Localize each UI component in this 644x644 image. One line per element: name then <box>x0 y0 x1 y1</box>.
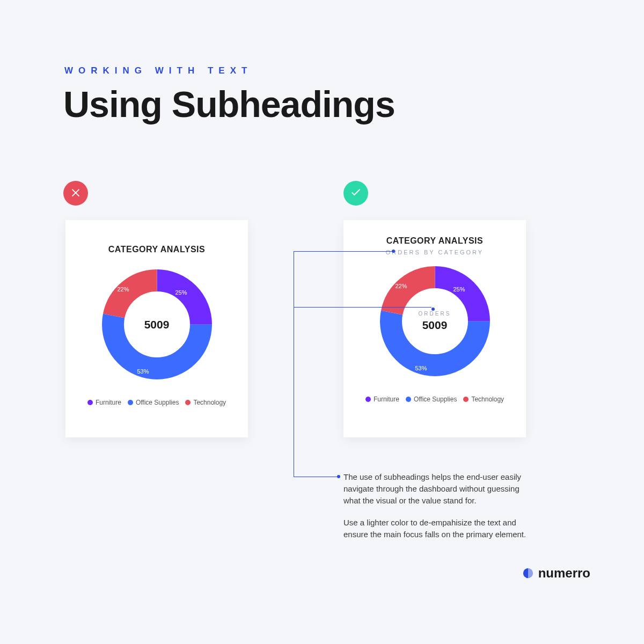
legend-item-technology: Technology <box>185 399 226 406</box>
legend-item-furniture: Furniture <box>87 399 121 406</box>
legend-dot-icon <box>463 397 469 402</box>
legend-item-furniture: Furniture <box>365 396 399 403</box>
legend-label: Office Supplies <box>136 399 179 406</box>
legend-dot-icon <box>365 397 371 402</box>
legend-item-technology: Technology <box>463 396 504 403</box>
legend-item-office: Office Supplies <box>406 396 457 403</box>
check-icon <box>350 186 362 200</box>
chart-subtitle: ORDERS BY CATEGORY <box>343 249 526 255</box>
legend-dot-icon <box>406 397 411 402</box>
legend: Furniture Office Supplies Technology <box>65 399 248 406</box>
annotation-paragraph: Use a lighter color to de-empahisize the… <box>343 517 531 540</box>
legend-label: Technology <box>193 399 226 406</box>
annotation-text: The use of subheadings helps the end-use… <box>343 471 531 540</box>
legend-item-office: Office Supplies <box>128 399 179 406</box>
connector-dot-icon <box>431 308 435 311</box>
brand-name: numerro <box>538 566 590 581</box>
page-title: Using Subheadings <box>63 83 395 125</box>
footer-brand: numerro <box>522 566 590 581</box>
good-example-badge <box>343 181 368 206</box>
legend-label: Office Supplies <box>414 396 457 403</box>
legend-dot-icon <box>128 400 133 405</box>
chart-title: CATEGORY ANALYSIS <box>343 220 526 246</box>
bad-example-card: CATEGORY ANALYSIS 25% 53% 22% 5009 Furni… <box>65 220 248 437</box>
annotation-paragraph: The use of subheadings helps the end-use… <box>343 471 531 506</box>
connector-line <box>294 477 338 477</box>
connector-line <box>294 251 294 477</box>
chart-title: CATEGORY ANALYSIS <box>65 220 248 254</box>
bad-example-badge <box>63 181 88 206</box>
good-example-card: CATEGORY ANALYSIS ORDERS BY CATEGORY 25%… <box>343 220 526 437</box>
connector-dot-icon <box>337 475 340 478</box>
legend-dot-icon <box>87 400 93 405</box>
segment-label-furniture: 25% <box>453 286 465 292</box>
legend-dot-icon <box>185 400 191 405</box>
legend-label: Furniture <box>374 396 399 403</box>
segment-label-technology: 22% <box>118 286 129 292</box>
brand-logo-icon <box>522 567 534 579</box>
legend: Furniture Office Supplies Technology <box>343 396 526 403</box>
segment-label-furniture: 25% <box>175 289 187 296</box>
segment-label-office: 53% <box>415 365 427 371</box>
legend-label: Technology <box>471 396 504 403</box>
legend-label: Furniture <box>96 399 121 406</box>
connector-dot-icon <box>392 250 395 253</box>
segment-label-technology: 22% <box>396 283 407 289</box>
donut-chart-bad: 25% 53% 22% 5009 <box>102 269 212 379</box>
overline: WORKING WITH TEXT <box>64 65 252 76</box>
cross-icon <box>70 186 82 200</box>
donut-chart-good: 25% 53% 22% ORDERS 5009 <box>380 266 490 376</box>
segment-label-office: 53% <box>137 368 149 375</box>
